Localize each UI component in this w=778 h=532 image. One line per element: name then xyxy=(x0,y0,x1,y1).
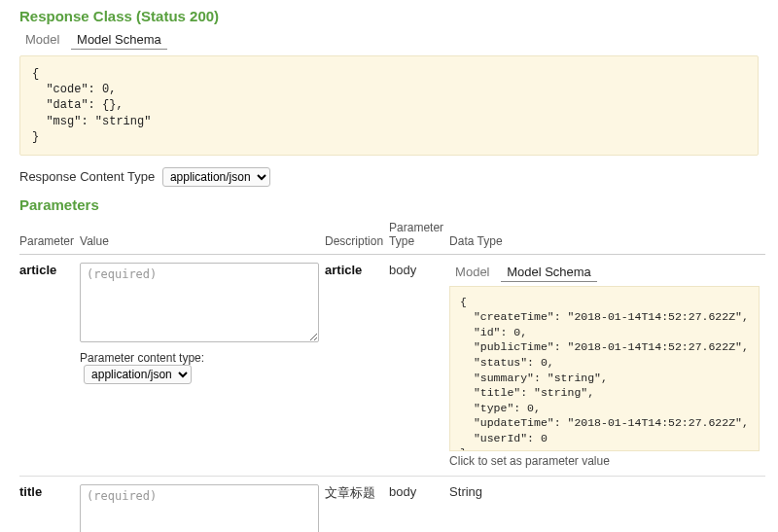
parameters-heading: Parameters xyxy=(19,196,759,213)
tab-dt-model-schema[interactable]: Model Schema xyxy=(501,263,597,282)
data-type-title: String xyxy=(449,484,482,499)
param-value-article-input[interactable] xyxy=(80,263,319,342)
col-value: Value xyxy=(80,217,325,255)
response-class-heading: Response Class (Status 200) xyxy=(19,8,759,24)
data-type-tabs: Model Model Schema xyxy=(449,263,760,282)
col-parameter-type: Parameter Type xyxy=(389,217,449,255)
col-parameter: Parameter xyxy=(19,217,80,255)
tab-model-schema[interactable]: Model Schema xyxy=(71,30,167,50)
param-desc-article: article xyxy=(325,263,362,277)
table-row: title 文章标题 body String xyxy=(19,476,765,532)
param-name-title: title xyxy=(19,484,42,499)
param-value-title-input[interactable] xyxy=(80,484,319,532)
param-content-type-label: Parameter content type: xyxy=(80,351,204,365)
table-row: article Parameter content type: applicat… xyxy=(19,254,765,476)
tab-dt-model[interactable]: Model xyxy=(449,263,495,281)
param-content-type-row: Parameter content type: application/json xyxy=(80,351,319,384)
col-description: Description xyxy=(325,217,389,255)
param-content-type-select[interactable]: application/json xyxy=(84,365,192,384)
response-schema-code: { "code": 0, "data": {}, "msg": "string"… xyxy=(19,55,759,156)
param-type-title: body xyxy=(389,484,416,499)
response-content-type-row: Response Content Type application/json xyxy=(19,167,759,187)
click-to-set-hint: Click to set as parameter value xyxy=(449,454,760,468)
parameters-table: Parameter Value Description Parameter Ty… xyxy=(19,217,765,532)
response-tabs: Model Model Schema xyxy=(19,30,759,50)
data-type-model-code[interactable]: { "createTime": "2018-01-14T14:52:27.622… xyxy=(449,286,760,451)
param-name-article: article xyxy=(19,263,56,277)
response-content-type-label: Response Content Type xyxy=(19,169,155,184)
param-type-article: body xyxy=(389,263,416,277)
response-content-type-select[interactable]: application/json xyxy=(162,167,270,187)
col-data-type: Data Type xyxy=(449,217,765,255)
tab-model[interactable]: Model xyxy=(19,30,65,49)
param-desc-title: 文章标题 xyxy=(325,485,375,500)
